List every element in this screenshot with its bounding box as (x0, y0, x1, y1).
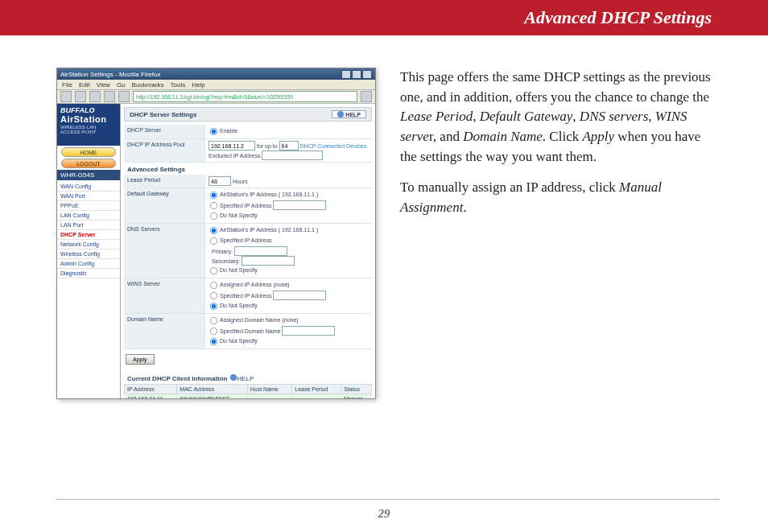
opt-gw-none: Do Not Specify (220, 213, 258, 219)
menu-help[interactable]: Help (192, 81, 204, 89)
label-pool: DHCP IP Address Pool (124, 139, 205, 162)
opt-domain-spec: Specified Domain Name (220, 328, 280, 334)
radio-wins-assigned[interactable] (210, 282, 217, 289)
cell-lease (292, 394, 341, 399)
apply-button[interactable]: Apply (126, 354, 155, 365)
logout-button[interactable]: LOGOUT (61, 159, 116, 168)
sidebar-item-wan-port[interactable]: WAN Port (57, 192, 120, 201)
explanation: This page offers the same DHCP settings … (400, 68, 720, 399)
txt: This page offers the same DHCP settings … (400, 69, 711, 105)
input-pool-count[interactable] (279, 141, 299, 151)
opt-wins-assigned: Assigned IP Address (none) (220, 282, 290, 288)
label-excluded: Excluded IP Address (209, 153, 260, 159)
maximize-icon[interactable] (352, 70, 361, 79)
input-dns-pri[interactable] (234, 246, 287, 256)
txt: r, and (429, 129, 463, 144)
para-2: To manually assign an IP address, click … (400, 178, 720, 217)
cell-host (247, 394, 292, 399)
sidebar-item-network[interactable]: Network Config (57, 240, 120, 250)
input-domain-spec[interactable] (282, 326, 335, 336)
sidebar-item-lan-port[interactable]: LAN Port (57, 221, 120, 230)
sidebar: BUFFALO AirStation WIRELESS LAN ACCESS P… (57, 104, 121, 399)
menu-go[interactable]: Go (117, 81, 126, 89)
input-gw-spec[interactable] (273, 200, 326, 210)
go-icon[interactable] (361, 91, 372, 102)
model-label: WHR-G54S (57, 170, 120, 180)
menu-view[interactable]: View (97, 81, 110, 89)
txt: , (473, 109, 480, 124)
radio-wins-spec[interactable] (210, 292, 217, 299)
opt-dns-air: AirStation's IP Address (220, 228, 277, 233)
input-lease[interactable] (209, 176, 231, 186)
brand-sub: WIRELESS LAN ACCESS POINT (60, 125, 117, 134)
minimize-icon[interactable] (341, 70, 351, 79)
browser-toolbar: http://192.168.11.1/cgi-bin/cgi?req=frm&… (57, 90, 375, 104)
th-host: Host Name (247, 385, 292, 394)
menu-file[interactable]: File (62, 81, 72, 89)
menu-tools[interactable]: Tools (171, 81, 186, 89)
address-bar[interactable]: http://192.168.11.1/cgi-bin/cgi?req=frm&… (133, 91, 357, 102)
label-lease-unit: Hours (233, 179, 248, 184)
help-button[interactable]: HELP (332, 110, 366, 118)
radio-domain-spec[interactable] (210, 328, 217, 335)
radio-gw-air[interactable] (210, 192, 217, 199)
txt: , (572, 109, 580, 124)
opt-dns-spec: Specified IP Address (220, 238, 271, 244)
label-dhcp-server: DHCP Server (124, 125, 205, 138)
em-gateway: Default Gateway (480, 109, 573, 124)
window-title: AirStation Settings - Mozilla Firefox (60, 71, 161, 78)
sidebar-item-lan-config[interactable]: LAN Config (57, 211, 120, 221)
label-lease: Lease Period (124, 175, 205, 188)
input-wins-spec[interactable] (273, 291, 326, 300)
help-button-2[interactable]: HELP (230, 374, 254, 382)
sidebar-item-admin[interactable]: Admin Config (57, 259, 120, 269)
txt: . Click (543, 129, 583, 144)
reload-icon[interactable] (89, 91, 101, 102)
sidebar-item-wan-config[interactable]: WAN Config (57, 182, 120, 192)
radio-dns-air[interactable] (210, 227, 217, 234)
opt-gw-air: AirStation's IP Address (220, 192, 277, 197)
menu-bookmarks[interactable]: Bookmarks (132, 81, 164, 89)
stop-icon[interactable] (104, 91, 115, 102)
sidebar-item-dhcp[interactable]: DHCP Server (57, 230, 120, 240)
label-gateway: Default Gateway (124, 188, 205, 223)
close-icon[interactable] (362, 70, 372, 79)
sidebar-item-diagnostic[interactable]: Diagnostic (57, 269, 120, 278)
brand-block: BUFFALO AirStation WIRELESS LAN ACCESS P… (57, 104, 120, 146)
help-label: HELP (345, 112, 361, 118)
brand-buffalo: BUFFALO (60, 106, 117, 114)
radio-gw-none[interactable] (210, 212, 217, 220)
home-button[interactable]: HOME (61, 147, 116, 157)
radio-gw-spec[interactable] (210, 202, 217, 209)
sidebar-item-wireless[interactable]: Wireless Config (57, 250, 120, 259)
input-pool-ip[interactable] (209, 141, 255, 151)
radio-dns-none[interactable] (210, 267, 217, 274)
forward-icon[interactable] (75, 91, 86, 102)
input-excluded[interactable] (262, 151, 323, 160)
th-status: Status (341, 385, 372, 394)
radio-wins-none[interactable] (210, 303, 217, 310)
page-number: 29 (0, 507, 768, 521)
radio-domain-none[interactable] (210, 338, 217, 345)
input-dns-sec[interactable] (242, 256, 295, 266)
label-dns-sec: Secondary: (212, 258, 240, 264)
opt-dns-air-ip: ( 192.168.11.1 ) (279, 228, 318, 233)
opt-wins-spec: Specified IP Address (220, 293, 271, 299)
radio-domain-assigned[interactable] (210, 317, 217, 324)
sidebar-nav: HOME LOGOUT (57, 147, 120, 168)
help-icon (337, 111, 344, 118)
label-dns: DNS Servers (124, 224, 205, 278)
th-ip: IP Address (125, 385, 177, 394)
menu-edit[interactable]: Edit (79, 81, 90, 89)
back-icon[interactable] (60, 91, 72, 102)
opt-domain-assigned: Assigned Domain Name (none) (220, 318, 299, 324)
radio-dhcp-enable[interactable] (210, 128, 217, 135)
radio-dns-spec[interactable] (210, 237, 217, 245)
client-table: IP Address MAC Address Host Name Lease P… (124, 384, 372, 399)
dhcp-form: DHCP Server Enable DHCP IP Address Pool … (124, 125, 372, 349)
sidebar-item-pppoe[interactable]: PPPoE (57, 201, 120, 211)
label-pool-for: for up to (257, 143, 278, 149)
home-icon[interactable] (118, 91, 130, 102)
value-dhcp-enable: Enable (220, 128, 237, 134)
client-heading: Current DHCP Client Information HELP (124, 369, 372, 384)
